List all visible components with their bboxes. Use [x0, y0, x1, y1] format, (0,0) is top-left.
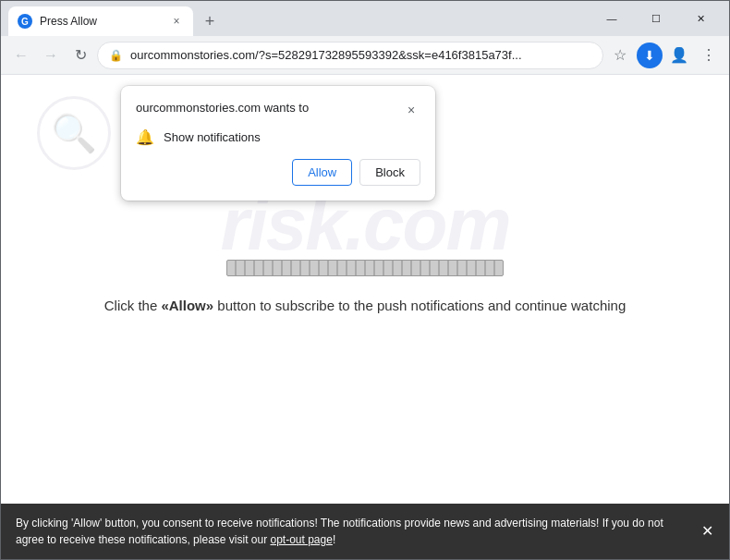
minimize-button[interactable]: — — [590, 8, 633, 29]
maximize-button[interactable]: ☐ — [635, 8, 677, 29]
allow-button[interactable]: Allow — [292, 159, 352, 186]
forward-button[interactable]: → — [38, 43, 64, 68]
click-text-prefix: Click the — [104, 298, 162, 313]
browser-window: G Press Allow × + — ☐ ✕ ← → ↻ 🔒 ourcommo… — [0, 0, 730, 560]
address-text: ourcommonstories.com/?s=5282917328955933… — [130, 48, 591, 62]
new-tab-button[interactable]: + — [197, 8, 223, 34]
bell-icon: 🔔 — [136, 128, 154, 146]
video-bar-area — [226, 260, 504, 276]
dialog-notification-row: 🔔 Show notifications — [136, 128, 420, 146]
notification-text-end: ! — [333, 533, 335, 546]
block-button[interactable]: Block — [359, 159, 420, 186]
dialog-title: ourcommonstories.com wants to — [136, 101, 309, 115]
tab-title: Press Allow — [40, 15, 162, 28]
tab-favicon: G — [18, 14, 32, 29]
tab-close-button[interactable]: × — [169, 14, 184, 29]
notification-text: Show notifications — [164, 130, 261, 144]
profile-button[interactable]: 👤 — [666, 43, 692, 68]
menu-button[interactable]: ⋮ — [696, 43, 722, 68]
notification-bar: By clicking 'Allow' button, you consent … — [1, 504, 729, 559]
notification-close-button[interactable]: ✕ — [696, 520, 718, 542]
lock-icon: 🔒 — [109, 49, 123, 62]
bookmark-button[interactable]: ☆ — [607, 43, 633, 68]
click-text-highlight: «Allow» — [161, 298, 213, 313]
window-controls: — ☐ ✕ — [590, 8, 722, 29]
opt-out-link[interactable]: opt-out page — [270, 533, 332, 546]
browser-toolbar: ← → ↻ 🔒 ourcommonstories.com/?s=52829173… — [1, 36, 729, 75]
back-button[interactable]: ← — [8, 43, 34, 68]
dialog-close-button[interactable]: × — [402, 101, 420, 119]
extensions-button[interactable]: ⬇ — [637, 43, 663, 68]
dialog-header: ourcommonstories.com wants to × — [136, 101, 420, 119]
video-progress-bar — [226, 260, 504, 276]
page-content: risk.com 🔍 Click the «Allow» button to s… — [1, 75, 729, 504]
notification-text-prefix: By clicking 'Allow' button, you consent … — [16, 517, 663, 546]
logo-circle: 🔍 — [37, 96, 111, 170]
address-bar[interactable]: 🔒 ourcommonstories.com/?s=52829173289559… — [97, 42, 603, 69]
permission-dialog: ourcommonstories.com wants to × 🔔 Show n… — [121, 86, 435, 201]
reload-button[interactable]: ↻ — [67, 43, 93, 68]
click-instruction-text: Click the «Allow» button to subscribe to… — [104, 298, 627, 313]
click-text-suffix: button to subscribe to the push notifica… — [213, 298, 626, 313]
dialog-buttons: Allow Block — [136, 159, 420, 186]
title-bar: G Press Allow × + — ☐ ✕ — [1, 1, 729, 36]
close-window-button[interactable]: ✕ — [679, 8, 722, 29]
active-tab[interactable]: G Press Allow × — [8, 6, 193, 36]
